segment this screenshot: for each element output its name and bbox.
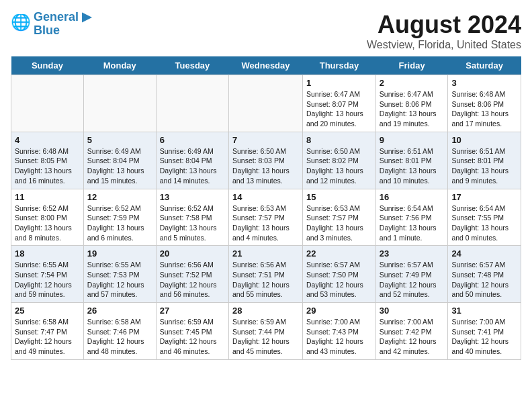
page-header: 🌐 General ▶ Blue August 2024 Westview, F… [11,11,521,51]
calendar-cell: 17Sunrise: 6:54 AM Sunset: 7:55 PM Dayli… [448,189,521,246]
svg-text:🌐: 🌐 [11,14,31,32]
day-number: 31 [451,306,517,316]
day-number: 19 [87,248,152,259]
day-info: Sunrise: 6:47 AM Sunset: 8:06 PM Dayligh… [380,89,445,129]
calendar-cell: 14Sunrise: 6:53 AM Sunset: 7:57 PM Dayli… [229,189,303,246]
day-number: 13 [160,192,225,202]
day-number: 27 [160,306,225,316]
day-number: 16 [380,192,445,202]
day-info: Sunrise: 6:54 AM Sunset: 7:55 PM Dayligh… [451,203,517,243]
calendar-cell: 6Sunrise: 6:49 AM Sunset: 8:04 PM Daylig… [156,132,228,189]
header-day-saturday: Saturday [448,56,521,75]
day-info: Sunrise: 6:50 AM Sunset: 8:02 PM Dayligh… [306,146,372,186]
day-info: Sunrise: 6:57 AM Sunset: 7:50 PM Dayligh… [306,260,372,300]
day-info: Sunrise: 7:00 AM Sunset: 7:43 PM Dayligh… [306,317,372,357]
day-info: Sunrise: 6:49 AM Sunset: 8:04 PM Dayligh… [87,146,152,186]
calendar-cell [83,75,156,132]
day-info: Sunrise: 6:55 AM Sunset: 7:53 PM Dayligh… [87,260,152,300]
day-info: Sunrise: 6:56 AM Sunset: 7:52 PM Dayligh… [160,260,225,300]
location: Westview, Florida, United States [367,39,521,51]
day-info: Sunrise: 6:47 AM Sunset: 8:07 PM Dayligh… [306,89,372,129]
day-info: Sunrise: 6:50 AM Sunset: 8:03 PM Dayligh… [232,146,299,186]
header-day-friday: Friday [375,56,448,75]
day-info: Sunrise: 6:51 AM Sunset: 8:01 PM Dayligh… [451,146,517,186]
calendar-cell: 21Sunrise: 6:56 AM Sunset: 7:51 PM Dayli… [229,246,303,303]
calendar-cell: 20Sunrise: 6:56 AM Sunset: 7:52 PM Dayli… [156,246,228,303]
day-info: Sunrise: 6:57 AM Sunset: 7:48 PM Dayligh… [451,260,517,300]
calendar-cell: 26Sunrise: 6:58 AM Sunset: 7:46 PM Dayli… [83,303,156,360]
day-number: 28 [232,306,299,316]
day-number: 15 [306,192,372,202]
logo-line1: General [34,10,79,24]
calendar-cell [11,75,84,132]
calendar-week-3: 11Sunrise: 6:52 AM Sunset: 8:00 PM Dayli… [11,189,521,246]
calendar-cell: 19Sunrise: 6:55 AM Sunset: 7:53 PM Dayli… [83,246,156,303]
day-number: 11 [15,192,80,202]
day-info: Sunrise: 6:53 AM Sunset: 7:57 PM Dayligh… [306,203,372,243]
day-number: 12 [87,192,152,202]
day-info: Sunrise: 6:52 AM Sunset: 7:59 PM Dayligh… [87,203,152,243]
day-number: 25 [15,306,80,316]
logo-text: General ▶ Blue [34,11,91,38]
day-number: 17 [451,192,517,202]
calendar-cell: 2Sunrise: 6:47 AM Sunset: 8:06 PM Daylig… [375,75,448,132]
day-info: Sunrise: 6:51 AM Sunset: 8:01 PM Dayligh… [380,146,445,186]
calendar-cell: 28Sunrise: 6:59 AM Sunset: 7:44 PM Dayli… [229,303,303,360]
calendar-cell: 29Sunrise: 7:00 AM Sunset: 7:43 PM Dayli… [303,303,376,360]
day-info: Sunrise: 7:00 AM Sunset: 7:42 PM Dayligh… [380,317,445,357]
calendar-cell: 31Sunrise: 7:00 AM Sunset: 7:41 PM Dayli… [448,303,521,360]
calendar-week-1: 1Sunrise: 6:47 AM Sunset: 8:07 PM Daylig… [11,75,521,132]
calendar-cell: 12Sunrise: 6:52 AM Sunset: 7:59 PM Dayli… [83,189,156,246]
calendar-cell: 8Sunrise: 6:50 AM Sunset: 8:02 PM Daylig… [303,132,376,189]
month-year: August 2024 [367,11,521,39]
logo: 🌐 General ▶ Blue [11,11,91,38]
calendar-week-2: 4Sunrise: 6:48 AM Sunset: 8:05 PM Daylig… [11,132,521,189]
calendar-cell [229,75,303,132]
calendar-table: SundayMondayTuesdayWednesdayThursdayFrid… [11,56,521,360]
calendar-cell: 15Sunrise: 6:53 AM Sunset: 7:57 PM Dayli… [303,189,376,246]
day-info: Sunrise: 6:49 AM Sunset: 8:04 PM Dayligh… [160,146,225,186]
day-info: Sunrise: 6:52 AM Sunset: 8:00 PM Dayligh… [15,203,80,243]
calendar-cell: 23Sunrise: 6:57 AM Sunset: 7:49 PM Dayli… [375,246,448,303]
day-info: Sunrise: 6:54 AM Sunset: 7:56 PM Dayligh… [380,203,445,243]
calendar-cell: 24Sunrise: 6:57 AM Sunset: 7:48 PM Dayli… [448,246,521,303]
calendar-cell: 11Sunrise: 6:52 AM Sunset: 8:00 PM Dayli… [11,189,84,246]
day-number: 18 [15,248,80,259]
day-number: 7 [232,135,299,145]
header-day-tuesday: Tuesday [156,56,228,75]
calendar-cell: 3Sunrise: 6:48 AM Sunset: 8:06 PM Daylig… [448,75,521,132]
day-info: Sunrise: 6:48 AM Sunset: 8:06 PM Dayligh… [451,89,517,129]
day-number: 21 [232,248,299,259]
logo-line2: Blue [34,24,60,37]
calendar-cell: 7Sunrise: 6:50 AM Sunset: 8:03 PM Daylig… [229,132,303,189]
day-number: 23 [380,248,445,259]
calendar-cell: 10Sunrise: 6:51 AM Sunset: 8:01 PM Dayli… [448,132,521,189]
calendar-cell: 18Sunrise: 6:55 AM Sunset: 7:54 PM Dayli… [11,246,84,303]
header-row: SundayMondayTuesdayWednesdayThursdayFrid… [11,56,521,75]
day-number: 5 [87,135,152,145]
calendar-cell: 4Sunrise: 6:48 AM Sunset: 8:05 PM Daylig… [11,132,84,189]
day-info: Sunrise: 6:56 AM Sunset: 7:51 PM Dayligh… [232,260,299,300]
calendar-week-4: 18Sunrise: 6:55 AM Sunset: 7:54 PM Dayli… [11,246,521,303]
day-number: 14 [232,192,299,202]
calendar-cell: 30Sunrise: 7:00 AM Sunset: 7:42 PM Dayli… [375,303,448,360]
day-number: 10 [451,135,517,145]
calendar-cell: 9Sunrise: 6:51 AM Sunset: 8:01 PM Daylig… [375,132,448,189]
day-number: 3 [451,78,517,88]
day-number: 1 [306,78,372,88]
calendar-week-5: 25Sunrise: 6:58 AM Sunset: 7:47 PM Dayli… [11,303,521,360]
header-day-sunday: Sunday [11,56,84,75]
calendar-body: 1Sunrise: 6:47 AM Sunset: 8:07 PM Daylig… [11,75,521,360]
day-info: Sunrise: 6:58 AM Sunset: 7:47 PM Dayligh… [15,317,80,357]
day-info: Sunrise: 6:59 AM Sunset: 7:45 PM Dayligh… [160,317,225,357]
day-info: Sunrise: 6:59 AM Sunset: 7:44 PM Dayligh… [232,317,299,357]
calendar-cell: 5Sunrise: 6:49 AM Sunset: 8:04 PM Daylig… [83,132,156,189]
header-day-monday: Monday [83,56,156,75]
day-number: 8 [306,135,372,145]
day-info: Sunrise: 6:57 AM Sunset: 7:49 PM Dayligh… [380,260,445,300]
day-number: 26 [87,306,152,316]
day-info: Sunrise: 6:58 AM Sunset: 7:46 PM Dayligh… [87,317,152,357]
calendar-header: SundayMondayTuesdayWednesdayThursdayFrid… [11,56,521,75]
calendar-cell: 25Sunrise: 6:58 AM Sunset: 7:47 PM Dayli… [11,303,84,360]
calendar-cell: 16Sunrise: 6:54 AM Sunset: 7:56 PM Dayli… [375,189,448,246]
